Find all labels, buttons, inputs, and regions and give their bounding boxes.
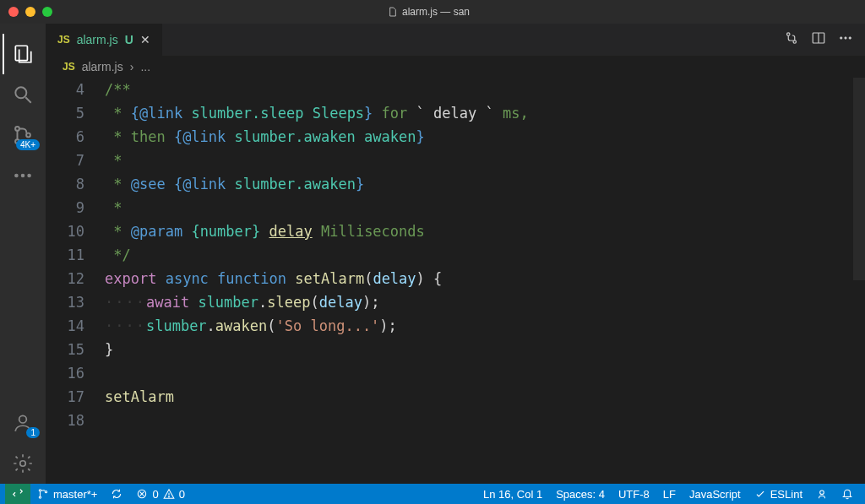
more-actions-button[interactable] bbox=[3, 155, 43, 196]
line-number: 11 bbox=[46, 243, 84, 267]
breadcrumb[interactable]: JS alarm.js › ... bbox=[46, 56, 865, 78]
svg-point-20 bbox=[45, 491, 46, 493]
code-line[interactable]: * then {@link slumber.awaken awaken} bbox=[105, 125, 865, 149]
file-icon bbox=[389, 7, 397, 17]
explorer-button[interactable] bbox=[3, 34, 43, 74]
svg-point-1 bbox=[15, 87, 26, 98]
window-titlebar: alarm.js — san bbox=[0, 0, 865, 24]
svg-point-10 bbox=[20, 461, 26, 467]
svg-rect-0 bbox=[15, 46, 27, 60]
code-line[interactable] bbox=[105, 409, 865, 432]
source-control-button[interactable]: 4K+ bbox=[3, 115, 43, 155]
eol-label: LF bbox=[663, 488, 676, 501]
code-line[interactable]: ····await slumber.sleep(delay); bbox=[105, 290, 865, 314]
line-number: 6 bbox=[46, 125, 84, 149]
svg-point-9 bbox=[19, 415, 27, 423]
svg-point-18 bbox=[39, 490, 41, 491]
line-number: 12 bbox=[46, 267, 84, 290]
line-number-gutter: 456789101112131415161718 bbox=[46, 78, 105, 484]
svg-point-15 bbox=[841, 37, 842, 39]
svg-point-8 bbox=[28, 174, 30, 176]
eol-item[interactable]: LF bbox=[656, 484, 683, 504]
breadcrumb-file: alarm.js bbox=[82, 60, 123, 73]
svg-point-12 bbox=[793, 41, 796, 43]
svg-point-6 bbox=[15, 174, 18, 176]
split-editor-icon[interactable] bbox=[811, 30, 826, 49]
errors-count: 0 bbox=[152, 488, 158, 501]
settings-button[interactable] bbox=[3, 443, 43, 484]
accounts-badge: 1 bbox=[26, 427, 40, 438]
line-number: 4 bbox=[46, 78, 84, 101]
cursor-position-label: Ln 16, Col 1 bbox=[483, 488, 542, 501]
git-branch-label: master*+ bbox=[53, 488, 97, 501]
code-line[interactable]: */ bbox=[105, 243, 865, 267]
code-line[interactable]: * bbox=[105, 196, 865, 219]
line-number: 18 bbox=[46, 409, 84, 432]
line-number: 15 bbox=[46, 338, 84, 361]
js-file-icon: JS bbox=[63, 61, 75, 73]
accounts-button[interactable]: 1 bbox=[3, 403, 43, 443]
editor-tabs: JS alarm.js U ✕ bbox=[46, 24, 865, 56]
chevron-right-icon: › bbox=[130, 60, 134, 73]
svg-line-2 bbox=[25, 97, 31, 103]
eslint-label: ESLint bbox=[770, 488, 802, 501]
sync-button[interactable] bbox=[104, 484, 129, 504]
scm-badge: 4K+ bbox=[16, 139, 40, 150]
code-line[interactable]: export async function setAlarm(delay) { bbox=[105, 267, 865, 290]
minimize-window-button[interactable] bbox=[25, 7, 35, 17]
feedback-button[interactable] bbox=[809, 484, 835, 504]
svg-point-16 bbox=[845, 37, 846, 39]
problems-item[interactable]: 0 0 bbox=[129, 484, 191, 504]
notifications-button[interactable] bbox=[835, 484, 860, 504]
minimap[interactable] bbox=[853, 78, 865, 280]
warnings-count: 0 bbox=[179, 488, 185, 501]
tab-filename: alarm.js bbox=[77, 33, 118, 46]
line-number: 16 bbox=[46, 361, 84, 385]
close-tab-button[interactable]: ✕ bbox=[140, 33, 150, 46]
language-mode-label: JavaScript bbox=[689, 488, 741, 501]
code-lines[interactable]: /** * {@link slumber.sleep Sleeps} for `… bbox=[105, 78, 865, 484]
indentation-item[interactable]: Spaces: 4 bbox=[549, 484, 612, 504]
editor-area: JS alarm.js U ✕ JS alarm.js bbox=[46, 24, 865, 484]
code-line[interactable]: * @param {number} delay Milliseconds bbox=[105, 219, 865, 243]
code-line[interactable] bbox=[105, 361, 865, 385]
line-number: 10 bbox=[46, 219, 84, 243]
js-file-icon: JS bbox=[57, 34, 70, 46]
search-button[interactable] bbox=[3, 74, 43, 115]
svg-point-7 bbox=[21, 174, 24, 176]
code-line[interactable]: ····slumber.awaken('So long...'); bbox=[105, 314, 865, 338]
line-number: 13 bbox=[46, 290, 84, 314]
code-line[interactable]: } bbox=[105, 338, 865, 361]
code-line[interactable]: * bbox=[105, 149, 865, 172]
line-number: 5 bbox=[46, 101, 84, 125]
activity-bar: 4K+ 1 bbox=[0, 24, 46, 484]
line-number: 14 bbox=[46, 314, 84, 338]
svg-point-3 bbox=[15, 127, 19, 131]
line-number: 9 bbox=[46, 196, 84, 219]
code-line[interactable]: * {@link slumber.sleep Sleeps} for ` del… bbox=[105, 101, 865, 125]
tab-alarm-js[interactable]: JS alarm.js U ✕ bbox=[46, 24, 163, 56]
language-mode-item[interactable]: JavaScript bbox=[683, 484, 748, 504]
code-line[interactable]: * @see {@link slumber.awaken} bbox=[105, 172, 865, 196]
svg-point-5 bbox=[26, 133, 30, 138]
svg-point-25 bbox=[168, 496, 169, 497]
svg-point-19 bbox=[39, 496, 41, 498]
compare-changes-icon[interactable] bbox=[784, 30, 799, 49]
encoding-item[interactable]: UTF-8 bbox=[612, 484, 656, 504]
indentation-label: Spaces: 4 bbox=[556, 488, 605, 501]
code-line[interactable]: /** bbox=[105, 78, 865, 101]
eslint-item[interactable]: ESLint bbox=[748, 484, 809, 504]
git-branch-item[interactable]: master*+ bbox=[30, 484, 104, 504]
status-bar: master*+ 0 0 Ln 16, Col 1 Spaces: 4 UTF-… bbox=[0, 484, 865, 504]
encoding-label: UTF-8 bbox=[618, 488, 650, 501]
svg-point-11 bbox=[787, 33, 790, 35]
line-number: 7 bbox=[46, 149, 84, 172]
code-editor[interactable]: 456789101112131415161718 /** * {@link sl… bbox=[46, 78, 865, 484]
code-line[interactable]: setAlarm bbox=[105, 385, 865, 409]
more-tab-actions-icon[interactable] bbox=[838, 30, 853, 49]
close-window-button[interactable] bbox=[8, 7, 19, 17]
cursor-position-item[interactable]: Ln 16, Col 1 bbox=[476, 484, 549, 504]
maximize-window-button[interactable] bbox=[42, 7, 52, 17]
remote-button[interactable] bbox=[5, 484, 30, 504]
svg-point-26 bbox=[820, 490, 824, 495]
